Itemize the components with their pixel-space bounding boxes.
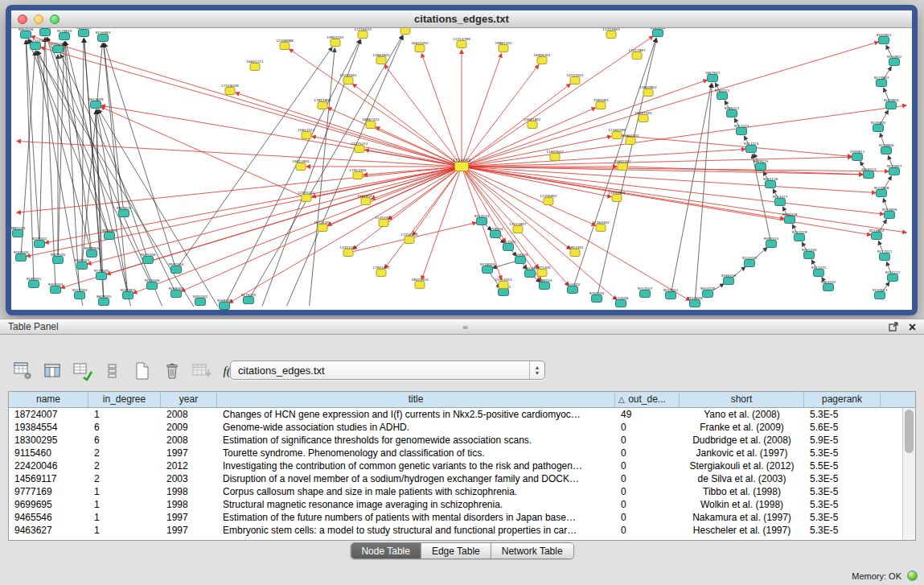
network-node[interactable]: 9154332: [821, 280, 836, 291]
network-node[interactable]: 9186335: [721, 274, 737, 285]
network-node[interactable]: 9392402: [193, 295, 208, 306]
combo-stepper-icon[interactable]: ▲▼: [529, 361, 544, 379]
column-header-name[interactable]: name: [9, 392, 88, 407]
minimize-window-icon[interactable]: [34, 14, 43, 24]
table-selector-combobox[interactable]: citations_edges.txt ▲▼: [230, 360, 545, 380]
network-node[interactable]: 12164502: [592, 220, 610, 232]
network-node[interactable]: 13354108: [339, 245, 357, 257]
network-node[interactable]: 9505506: [141, 253, 156, 264]
network-node[interactable]: 9064556: [18, 28, 34, 39]
tab-node-table[interactable]: Node Table: [351, 543, 421, 558]
network-node[interactable]: 9258204: [488, 227, 503, 238]
network-node[interactable]: 10743041: [566, 73, 584, 84]
network-node[interactable]: 9253323: [734, 124, 749, 135]
column-header-short[interactable]: short: [680, 392, 804, 407]
network-node[interactable]: 9739005: [94, 269, 109, 280]
table-scrollbar[interactable]: [902, 408, 915, 540]
network-node[interactable]: 9155809: [882, 208, 897, 219]
new-table-icon[interactable]: [132, 360, 153, 382]
network-node[interactable]: 9268402: [169, 286, 184, 298]
tab-edge-table[interactable]: Edge Table: [421, 543, 491, 558]
network-node[interactable]: 9268403: [217, 299, 232, 310]
network-node[interactable]: 12214789: [453, 37, 470, 48]
network-node[interactable]: 1595811: [850, 150, 865, 161]
network-node[interactable]: 18087433: [362, 117, 380, 129]
network-node[interactable]: 9160804: [884, 98, 899, 109]
table-row[interactable]: 1938455462009Genome-wide association stu…: [9, 421, 915, 434]
network-node[interactable]: 9205289: [51, 42, 66, 53]
close-panel-icon[interactable]: ×: [909, 320, 916, 335]
network-node[interactable]: 16601211: [246, 60, 264, 71]
network-node[interactable]: 12206902: [540, 194, 557, 205]
network-node[interactable]: 9031201: [102, 229, 117, 240]
network-node[interactable]: 9253329: [792, 230, 807, 241]
table-row[interactable]: 1830029562008Estimation of significance …: [9, 434, 915, 447]
network-node[interactable]: 9253304: [72, 288, 88, 299]
network-node[interactable]: 9206502: [32, 237, 47, 248]
network-node[interactable]: 2651609: [88, 97, 104, 109]
network-node[interactable]: 9265330: [802, 248, 817, 259]
network-node[interactable]: 12208088: [276, 39, 294, 50]
network-node[interactable]: 17654402: [372, 266, 390, 277]
network-node[interactable]: 9318004: [480, 262, 495, 274]
table-row[interactable]: 2242004622012Investigating the contribut…: [9, 459, 915, 472]
row-height-icon[interactable]: [102, 360, 123, 382]
add-column-icon[interactable]: [72, 360, 93, 382]
panel-splitter-grip[interactable]: [462, 325, 468, 329]
column-header-in_degree[interactable]: in_degree: [88, 392, 161, 407]
network-node[interactable]: 9154543: [474, 214, 490, 225]
network-node[interactable]: 9150321: [715, 89, 730, 100]
network-node[interactable]: 9885204: [11, 226, 26, 237]
network-node[interactable]: 9156983: [96, 31, 111, 42]
table-row[interactable]: 946554611997Estimation of the future num…: [9, 511, 915, 524]
network-node[interactable]: 9265126: [763, 177, 778, 188]
network-node[interactable]: 9177411: [877, 249, 893, 261]
network-node[interactable]: 19013904: [292, 159, 310, 171]
network-node[interactable]: 9155506: [145, 278, 160, 290]
network-node[interactable]: 9245012: [663, 288, 679, 299]
table-options-icon[interactable]: [13, 360, 34, 382]
network-node[interactable]: 9186001: [27, 277, 42, 288]
network-node[interactable]: 1658323: [861, 167, 877, 179]
close-window-icon[interactable]: [18, 14, 27, 24]
network-node[interactable]: 9313324: [744, 142, 759, 153]
network-node[interactable]: 9158806: [879, 143, 894, 154]
network-node[interactable]: 9313331: [811, 266, 827, 277]
network-node[interactable]: 9554624: [117, 206, 132, 217]
network-node[interactable]: 9150802: [887, 55, 902, 66]
network-node[interactable]: 9245112: [885, 270, 901, 282]
network-node[interactable]: 11254903: [602, 28, 620, 39]
window-titlebar[interactable]: citations_edges.txt: [11, 10, 912, 28]
network-node[interactable]: 9260807: [121, 288, 136, 299]
network-node[interactable]: 9260500: [14, 250, 29, 262]
network-node[interactable]: 12217897: [628, 48, 646, 60]
network-node[interactable]: 9313302: [501, 240, 516, 251]
table-row[interactable]: 969969511998Structural magnetic resonanc…: [9, 498, 915, 511]
network-node[interactable]: 12216543: [354, 28, 372, 39]
network-node[interactable]: 18041404: [411, 278, 429, 289]
network-node[interactable]: 17253404: [400, 233, 418, 244]
network-node[interactable]: 9139820: [57, 29, 72, 40]
network-node[interactable]: 14850803: [639, 85, 657, 97]
network-node[interactable]: 9186504: [537, 278, 552, 290]
network-node[interactable]: 11604627: [546, 150, 564, 161]
tab-network-table[interactable]: Network Table: [491, 543, 573, 558]
network-node[interactable]: 9608005: [97, 295, 112, 306]
network-node[interactable]: 9304004: [48, 282, 64, 294]
network-node[interactable]: 16649505: [396, 28, 414, 35]
network-node[interactable]: 16610202: [411, 41, 429, 52]
network-node[interactable]: 9210810: [869, 229, 885, 240]
network-node[interactable]: 13154807: [509, 222, 527, 233]
network-node[interactable]: 9150402: [565, 282, 581, 294]
network-node[interactable]: 9505505: [51, 253, 66, 264]
column-header-year[interactable]: year: [161, 392, 217, 407]
network-node[interactable]: 9590328: [782, 212, 798, 224]
network-node[interactable]: 9246225: [38, 28, 53, 36]
network-node[interactable]: 9679125: [754, 159, 769, 171]
table-row[interactable]: 1456911722003Disruption of a novel membe…: [9, 472, 915, 485]
network-node[interactable]: 9135807: [887, 164, 902, 175]
network-node[interactable]: 1724062: [453, 158, 470, 171]
zoom-window-icon[interactable]: [50, 14, 60, 24]
column-header-pagerank[interactable]: pagerank: [804, 392, 881, 407]
network-node[interactable]: 14664602: [372, 53, 390, 64]
